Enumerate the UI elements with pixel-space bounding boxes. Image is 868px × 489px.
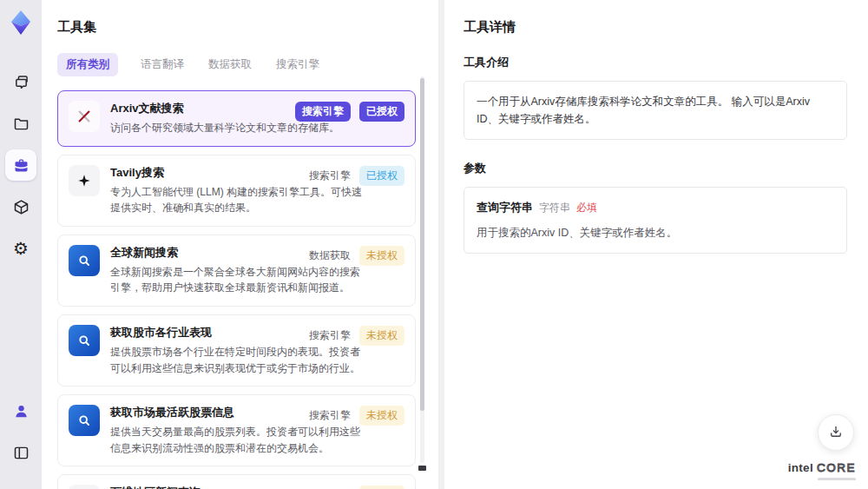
arxiv-icon [69, 101, 100, 132]
core-brand-text: core [817, 461, 856, 474]
tab-category-2[interactable]: 数据获取 [207, 53, 253, 76]
scrollbar-end-marker[interactable] [418, 466, 426, 471]
sidebar-item-panel-toggle[interactable] [5, 437, 36, 468]
intel-brand-text: intel [788, 461, 813, 474]
param-card: 查询字符串 字符串 必填 用于搜索的Arxiv ID、关键字或作者姓名。 [464, 187, 847, 254]
app-window: ⚙ 工具集 所有类别语言翻译数据获取搜索引擎 [0, 0, 868, 489]
sidebar-item-chat[interactable] [5, 66, 36, 97]
tool-status-badge: 已授权 [359, 102, 404, 122]
tool-description: 访问各个研究领域大量科学论文和文章的存储库。 [110, 120, 339, 136]
tool-list-item[interactable]: 获取市场最活跃股票信息 提供当天交易量最高的股票列表。投资者可以利用这些信息来识… [57, 394, 416, 466]
tool-category-badge: 搜索引擎 [309, 408, 351, 423]
blue-search-icon [69, 405, 100, 436]
app-logo-icon[interactable] [7, 9, 35, 36]
sidebar-item-tools[interactable] [5, 149, 36, 181]
tool-category-badge: 数据获取 [309, 248, 351, 263]
tool-status-badge: 未授权 [359, 486, 404, 489]
tavily-icon [69, 165, 100, 196]
download-button[interactable] [818, 414, 854, 451]
tool-name: 万维地区新闻查询 [110, 485, 339, 489]
tool-status-badge: 未授权 [359, 246, 404, 266]
toolbox-icon [12, 156, 30, 175]
sidebar-item-profile[interactable] [5, 395, 36, 426]
tool-description: 提供股票市场各个行业在特定时间段内的表现。投资者可以利用这些信息来识别表现优于或… [110, 344, 364, 376]
app-sidebar: ⚙ [0, 0, 42, 489]
tool-category-badge: 搜索引擎 [309, 169, 351, 183]
detail-title: 工具详情 [464, 19, 847, 36]
tool-intro-text: 一个用于从Arxiv存储库搜索科学论文和文章的工具。 输入可以是Arxiv ID… [464, 81, 847, 140]
tool-description: 专为人工智能代理 (LLM) 构建的搜索引擎工具。可快速提供实时、准确和真实的结… [110, 184, 364, 216]
tab-category-1[interactable]: 语言翻译 [139, 53, 186, 76]
category-tabs: 所有类别语言翻译数据获取搜索引擎 [57, 53, 416, 76]
tool-detail-panel: 工具详情 工具介绍 一个用于从Arxiv存储库搜索科学论文和文章的工具。 输入可… [444, 0, 868, 489]
tool-category-badge: 搜索引擎 [309, 328, 351, 343]
intro-heading: 工具介绍 [464, 55, 847, 70]
tool-description: 全球新闻搜索是一个聚合全球各大新闻网站内容的搜索引擎，帮助用户快速获取全球最新资… [110, 264, 364, 296]
tool-list-item[interactable]: 万维地区新闻查询 查询具体行政区划内的新闻，快速了解各地新闻动 搜索引擎 未授权 [57, 474, 416, 489]
param-name: 查询字符串 [477, 199, 533, 217]
tool-status-badge: 未授权 [359, 326, 404, 346]
chat-icon [12, 73, 30, 91]
blue-search-icon [69, 245, 100, 276]
intel-logo-underline [818, 478, 856, 480]
tool-status-badge: 已授权 [359, 166, 404, 186]
intel-core-logo: intelcore [788, 460, 856, 480]
folder-icon [12, 115, 30, 133]
blue-search-icon [69, 325, 100, 356]
sidebar-item-files[interactable] [5, 108, 36, 139]
param-type: 字符串 [539, 200, 570, 216]
params-heading: 参数 [464, 161, 847, 176]
tab-category-0[interactable]: 所有类别 [57, 53, 118, 76]
gear-icon: ⚙ [13, 240, 29, 257]
tool-list-item[interactable]: Arxiv文献搜索 访问各个研究领域大量科学论文和文章的存储库。 搜索引擎 已授… [57, 90, 416, 147]
tab-category-3[interactable]: 搜索引擎 [274, 53, 321, 76]
tool-list-item[interactable]: Tavily搜索 专为人工智能代理 (LLM) 构建的搜索引擎工具。可快速提供实… [57, 155, 416, 227]
page-title: 工具集 [57, 19, 416, 36]
download-icon [828, 424, 844, 442]
param-required-badge: 必填 [576, 200, 597, 216]
sidebar-item-models[interactable] [5, 191, 36, 222]
newspaper-icon [69, 485, 100, 489]
tool-list-item[interactable]: 获取股市各行业表现 提供股票市场各个行业在特定时间段内的表现。投资者可以利用这些… [57, 314, 416, 387]
tool-category-badge: 搜索引擎 [295, 102, 351, 122]
list-scrollbar[interactable] [420, 76, 424, 463]
cube-icon [12, 198, 30, 216]
tool-status-badge: 未授权 [359, 406, 404, 426]
tool-list-item[interactable]: 全球新闻搜索 全球新闻搜索是一个聚合全球各大新闻网站内容的搜索引擎，帮助用户快速… [57, 235, 416, 307]
param-description: 用于搜索的Arxiv ID、关键字或作者姓名。 [477, 224, 834, 241]
sidebar-item-settings[interactable]: ⚙ [5, 233, 36, 264]
scrollbar-thumb[interactable] [420, 78, 424, 411]
tool-list: Arxiv文献搜索 访问各个研究领域大量科学论文和文章的存储库。 搜索引擎 已授… [57, 90, 416, 489]
tools-list-panel: 工具集 所有类别语言翻译数据获取搜索引擎 Arxiv文献搜索 访问各个研究领域大… [42, 0, 438, 489]
panel-divider [438, 0, 444, 489]
tool-description: 提供当天交易量最高的股票列表。投资者可以利用这些信息来识别流动性强的股票和潜在的… [110, 424, 364, 456]
panel-toggle-icon [12, 444, 30, 462]
user-icon [12, 402, 30, 420]
